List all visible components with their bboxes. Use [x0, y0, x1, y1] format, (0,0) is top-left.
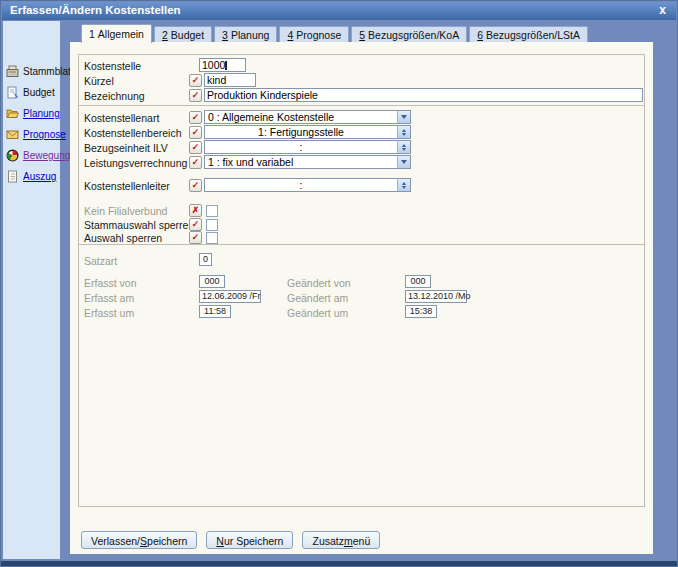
kuerzel-input[interactable]: kind: [204, 73, 256, 87]
tab-planung[interactable]: 3Planung: [214, 26, 277, 43]
sidebar-item-bewegung[interactable]: Bewegung: [3, 149, 60, 162]
erfasst-am-value: 12.06.2009 /Fr: [199, 290, 261, 303]
letter-icon: [6, 128, 19, 141]
field-check-icon[interactable]: ✓: [189, 141, 202, 154]
erfasst-von-label: Erfasst von: [84, 277, 137, 289]
spinner-updown-icon[interactable]: [397, 141, 410, 153]
verlassen-speichern-button[interactable]: Verlassen/Speichern: [81, 531, 197, 549]
sidebar: Stammblatt Budget Planung Prognose: [3, 21, 60, 559]
zusatzmenu-button[interactable]: Zusatzmenü: [302, 531, 380, 549]
bezugseinheit-ilv-spinner[interactable]: :: [204, 140, 411, 154]
satzart-value: 0: [199, 253, 212, 266]
field-check-icon[interactable]: ✓: [189, 179, 202, 192]
geaendert-um-value: 15:38: [405, 305, 437, 318]
kostenstelle-input[interactable]: 1000: [199, 58, 246, 72]
geaendert-am-label: Geändert am: [287, 292, 348, 304]
kein-filialverbund-label: Kein Filialverbund: [84, 205, 167, 217]
sidebar-item-planung[interactable]: Planung: [3, 107, 60, 120]
titlebar: Erfassen/Ändern Kostenstellen x: [2, 2, 676, 20]
tab-bezugsgroessen-koa[interactable]: 5Bezugsgrößen/KoA: [351, 26, 467, 43]
field-check-icon[interactable]: ✓: [189, 126, 202, 139]
dropdown-arrow-icon[interactable]: [397, 156, 410, 168]
sidebar-label: Auszug: [23, 171, 56, 182]
sidebar-label: Bewegung: [23, 150, 70, 161]
field-check-icon[interactable]: ✓: [189, 156, 202, 169]
dropdown-arrow-icon[interactable]: [397, 111, 410, 123]
separator: [79, 105, 644, 106]
satzart-label: Satzart: [84, 255, 117, 267]
tab-page-allgemein: Kostenstelle 1000 Kürzel ✓ kind Bezeichn…: [70, 42, 653, 554]
color-wheel-icon: [6, 149, 19, 162]
sidebar-item-prognose[interactable]: Prognose: [3, 128, 60, 141]
window-bottom-edge: [1, 561, 677, 566]
field-cross-icon[interactable]: ✗: [189, 204, 202, 217]
field-check-icon[interactable]: ✓: [189, 231, 202, 244]
kostenstellenleiter-label: Kostenstellenleiter: [84, 180, 170, 192]
leistungsverrechnung-dropdown[interactable]: 1 : fix und variabel: [204, 155, 411, 169]
kuerzel-label: Kürzel: [84, 75, 114, 87]
tab-bezugsgroessen-lsta[interactable]: 6Bezugsgrößen/LStA: [469, 26, 588, 43]
tab-strip: 1Allgemein 2Budget 3Planung 4Prognose 5B…: [81, 24, 590, 43]
spinner-updown-icon[interactable]: [397, 126, 410, 138]
geaendert-am-value: 13.12.2010 /Mo: [405, 290, 467, 303]
sidebar-item-stammblatt[interactable]: Stammblatt: [3, 65, 60, 78]
sidebar-label: Budget: [23, 87, 55, 98]
kein-filialverbund-checkbox: [206, 205, 218, 217]
app-window: Erfassen/Ändern Kostenstellen x Stammbla…: [0, 0, 678, 567]
sidebar-item-budget[interactable]: Budget: [3, 86, 60, 99]
bezeichnung-label: Bezeichnung: [84, 90, 145, 102]
form-group: Kostenstelle 1000 Kürzel ✓ kind Bezeichn…: [78, 54, 645, 507]
separator: [79, 244, 644, 245]
bezeichnung-input[interactable]: Produktion Kinderspiele: [204, 88, 643, 102]
page-icon: [6, 170, 19, 183]
leistungsverrechnung-label: Leistungsverrechnung: [84, 157, 187, 169]
kostenstellenart-dropdown[interactable]: 0 : Allgemeine Kostenstelle: [204, 110, 411, 124]
field-check-icon[interactable]: ✓: [189, 74, 202, 87]
sidebar-label: Prognose: [23, 129, 66, 140]
open-folder-icon: [6, 107, 19, 120]
auswahl-sperren-checkbox[interactable]: [206, 232, 218, 244]
tab-budget[interactable]: 2Budget: [154, 26, 212, 43]
nur-speichern-button[interactable]: Nur Speichern: [206, 531, 293, 549]
geaendert-um-label: Geändert um: [287, 307, 348, 319]
kostenstelle-label: Kostenstelle: [84, 60, 141, 72]
stammauswahl-sperren-checkbox[interactable]: [206, 219, 218, 231]
geaendert-von-value: 000: [405, 275, 431, 288]
tab-allgemein[interactable]: 1Allgemein: [81, 24, 152, 43]
erfasst-um-label: Erfasst um: [84, 307, 134, 319]
sidebar-label: Stammblatt: [23, 66, 74, 77]
kostenstellenbereich-spinner[interactable]: 1: Fertigungsstelle: [204, 125, 411, 139]
sidebar-label: Planung: [23, 108, 60, 119]
geaendert-von-label: Geändert von: [287, 277, 351, 289]
kostenstellenart-label: Kostenstellenart: [84, 112, 159, 124]
window-title: Erfassen/Ändern Kostenstellen: [10, 4, 181, 16]
kostenstellenleiter-spinner[interactable]: :: [204, 178, 411, 192]
tab-prognose[interactable]: 4Prognose: [279, 26, 349, 43]
sidebar-item-auszug[interactable]: Auszug: [3, 170, 60, 183]
erfasst-am-label: Erfasst am: [84, 292, 134, 304]
erfasst-um-value: 11:58: [199, 305, 231, 318]
kostenstellenbereich-label: Kostenstellenbereich: [84, 127, 181, 139]
card-file-icon: [6, 65, 19, 78]
text-caret: [225, 61, 227, 70]
close-button[interactable]: x: [659, 2, 666, 19]
erfasst-von-value: 000: [199, 275, 225, 288]
auswahl-sperren-label: Auswahl sperren: [84, 232, 162, 244]
field-check-icon[interactable]: ✓: [189, 89, 202, 102]
field-check-icon[interactable]: ✓: [189, 218, 202, 231]
footer-button-bar: Verlassen/Speichern Nur Speichern Zusatz…: [81, 531, 380, 549]
stammauswahl-sperren-label: Stammauswahl sperren: [84, 219, 194, 231]
bezugseinheit-ilv-label: Bezugseinheit ILV: [84, 142, 168, 154]
document-pen-icon: [6, 86, 19, 99]
spinner-updown-icon[interactable]: [397, 179, 410, 191]
field-check-icon[interactable]: ✓: [189, 111, 202, 124]
